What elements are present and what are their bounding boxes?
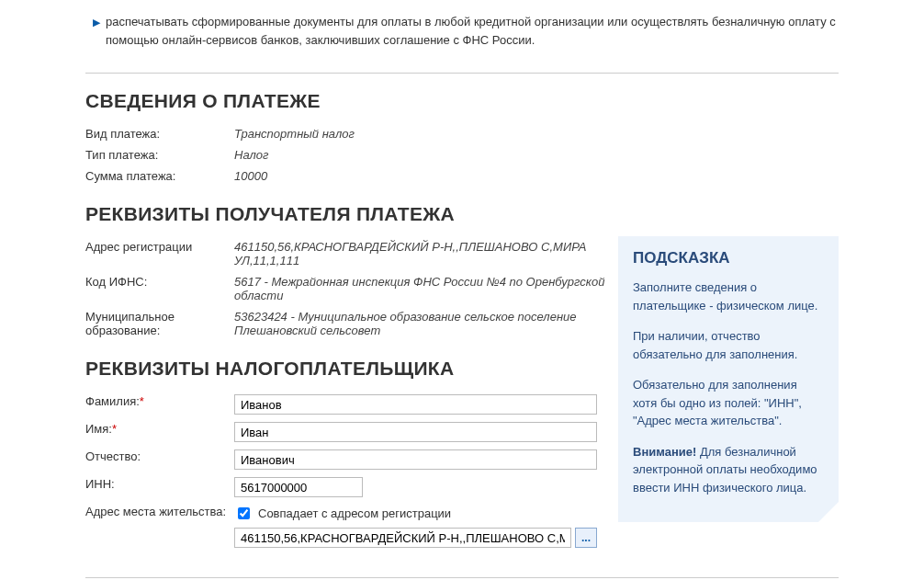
label: Вид платежа: — [85, 127, 234, 141]
hint-box: ПОДСКАЗКА Заполните сведения о плательщи… — [618, 236, 839, 522]
patronymic-input[interactable] — [234, 449, 597, 470]
payment-title: СВЕДЕНИЯ О ПЛАТЕЖЕ — [85, 90, 839, 112]
firstname-row: Имя:* — [85, 418, 618, 446]
firstname-input[interactable] — [234, 422, 597, 442]
lastname-label: Фамилия:* — [85, 394, 234, 408]
hint-p3: Обязательно для заполнения хотя бы одно … — [633, 376, 824, 430]
taxpayer-title: РЕКВИЗИТЫ НАЛОГОПЛАТЕЛЬЩИКА — [85, 358, 618, 380]
inn-row: ИНН: — [85, 473, 618, 501]
value: 461150,56,КРАСНОГВАРДЕЙСКИЙ Р-Н,,ПЛЕШАНО… — [234, 240, 618, 267]
label: Код ИФНС: — [85, 275, 234, 289]
hint-p1: Заполните сведения о плательщике - физич… — [633, 279, 824, 314]
recipient-row: Адрес регистрации461150,56,КРАСНОГВАРДЕЙ… — [85, 236, 618, 271]
label: Сумма платежа: — [85, 169, 234, 183]
value: 10000 — [234, 169, 839, 183]
triangle-icon: ▶ — [93, 15, 100, 49]
same-address-label: Совпадает с адресом регистрации — [258, 506, 451, 520]
value: Транспортный налог — [234, 127, 839, 141]
address-input[interactable] — [234, 528, 571, 548]
inn-label: ИНН: — [85, 477, 234, 491]
address-row: Адрес места жительства: Совпадает с адре… — [85, 501, 618, 552]
hint-title: ПОДСКАЗКА — [633, 249, 824, 267]
payment-row: Вид платежа:Транспортный налог — [85, 123, 839, 144]
label: Муниципальное образование: — [85, 310, 234, 337]
hint-p4: Внимание! Для безналичной электронной оп… — [633, 443, 824, 497]
same-address-checkbox[interactable] — [238, 507, 250, 519]
recipient-row: Муниципальное образование:53623424 - Мун… — [85, 306, 618, 341]
intro-text: распечатывать сформированные документы д… — [106, 13, 839, 49]
divider — [85, 73, 839, 74]
label: Адрес регистрации — [85, 240, 234, 254]
fold-corner-icon — [818, 502, 839, 522]
address-lookup-button[interactable]: ... — [575, 528, 597, 548]
value: Налог — [234, 148, 839, 162]
divider — [85, 577, 839, 578]
recipient-row: Код ИФНС:5617 - Межрайонная инспекция ФН… — [85, 271, 618, 306]
firstname-label: Имя:* — [85, 422, 234, 436]
value: 5617 - Межрайонная инспекция ФНС России … — [234, 275, 618, 302]
label: Тип платежа: — [85, 148, 234, 162]
patronymic-label: Отчество: — [85, 449, 234, 463]
value: 53623424 - Муниципальное образование сел… — [234, 310, 618, 337]
lastname-input[interactable] — [234, 394, 597, 415]
recipient-title: РЕКВИЗИТЫ ПОЛУЧАТЕЛЯ ПЛАТЕЖА — [85, 203, 839, 225]
lastname-row: Фамилия:* — [85, 391, 618, 418]
payment-row: Тип платежа:Налог — [85, 144, 839, 165]
patronymic-row: Отчество: — [85, 446, 618, 473]
intro-bullet: ▶ распечатывать сформированные документы… — [85, 9, 839, 52]
address-label: Адрес места жительства: — [85, 505, 234, 518]
hint-p2: При наличии, отчество обязательно для за… — [633, 327, 824, 363]
inn-input[interactable] — [234, 477, 363, 497]
payment-row: Сумма платежа:10000 — [85, 165, 839, 187]
